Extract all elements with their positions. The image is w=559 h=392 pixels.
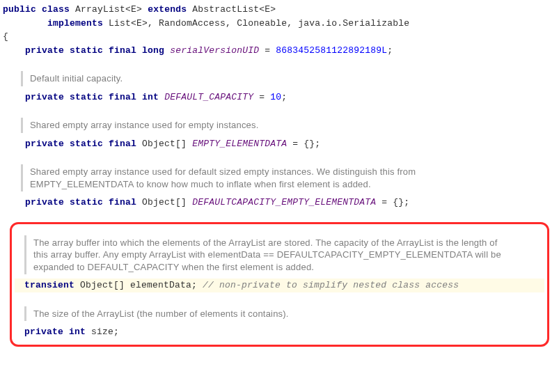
field-elementdata: transient Object[] elementData; // non-p…: [15, 279, 544, 292]
keyword-int: int: [69, 327, 86, 337]
semi: ;: [387, 45, 393, 56]
field-serialversionuid: private static final long serialVersionU…: [0, 44, 559, 58]
keyword-private: private: [25, 45, 64, 56]
keyword-class: class: [42, 4, 70, 15]
field-defaultcapacity-empty: private static final Object[] DEFAULTCAP…: [0, 196, 559, 210]
iface-cloneable: Cloneable: [237, 18, 287, 29]
field-default-capacity: private static final int DEFAULT_CAPACIT…: [0, 91, 559, 104]
keyword-static: static: [70, 139, 103, 149]
sep: ,: [287, 18, 298, 29]
field-type: Object[]: [80, 280, 125, 290]
sep: ,: [226, 18, 237, 29]
brace-open: {: [0, 30, 559, 44]
field-value: 8683452581122892189L: [276, 45, 387, 56]
eq: =: [253, 92, 270, 102]
field-name: DEFAULTCAPACITY_EMPTY_ELEMENTDATA: [192, 197, 376, 207]
keyword-private: private: [25, 197, 64, 207]
keyword-final: final: [109, 45, 136, 56]
superclass-generic: <E>: [259, 4, 276, 15]
eq: =: [259, 45, 276, 56]
class-decl-line1: public class ArrayList<E> extends Abstra…: [0, 3, 559, 17]
field-name: elementData: [130, 280, 191, 290]
inline-comment: // non-private to simplify nested class …: [197, 280, 459, 290]
semi: ;: [281, 92, 287, 102]
iface-list: List: [109, 18, 131, 29]
field-value: 10: [270, 92, 281, 102]
field-name: serialVersionUID: [170, 45, 259, 56]
field-empty-elementdata: private static final Object[] EMPTY_ELEM…: [0, 137, 559, 151]
javadoc-default-capacity: Default initial capacity.: [21, 71, 510, 86]
code-viewer: public class ArrayList<E> extends Abstra…: [0, 0, 559, 354]
rest: = {};: [376, 197, 409, 207]
keyword-transient: transient: [24, 280, 74, 290]
superclass: AbstractList: [192, 4, 259, 15]
semi: ;: [191, 280, 197, 290]
javadoc-defaultcapacity-empty: Shared empty array instance used for def…: [21, 164, 510, 191]
field-name: DEFAULT_CAPACITY: [164, 92, 253, 102]
field-type: Object[]: [142, 139, 187, 149]
keyword-implements: implements: [47, 18, 103, 29]
javadoc-elementdata: The array buffer into which the elements…: [24, 235, 514, 275]
semi: ;: [113, 327, 119, 337]
iface-serializable: java.io.Serializable: [298, 18, 409, 29]
generic-close: >: [136, 4, 142, 15]
keyword-static: static: [70, 45, 103, 56]
keyword-static: static: [70, 197, 103, 207]
field-name: size: [91, 327, 113, 337]
keyword-extends: extends: [148, 4, 187, 15]
field-type: Object[]: [142, 197, 187, 207]
highlighted-region: The array buffer into which the elements…: [10, 222, 549, 347]
generic-param: E: [131, 4, 136, 15]
field-name: EMPTY_ELEMENTDATA: [192, 139, 287, 149]
keyword-final: final: [109, 139, 136, 149]
class-decl-line2: implements List<E>, RandomAccess, Clonea…: [0, 17, 559, 31]
javadoc-empty-elementdata: Shared empty array instance used for emp…: [21, 118, 510, 133]
keyword-public: public: [3, 4, 36, 15]
keyword-final: final: [109, 92, 136, 102]
generic-open: <: [125, 4, 131, 15]
keyword-long: long: [142, 45, 164, 56]
keyword-private: private: [24, 327, 63, 337]
class-name: ArrayList: [75, 4, 125, 15]
rest: = {};: [287, 139, 320, 149]
keyword-final: final: [109, 197, 136, 207]
keyword-int: int: [142, 92, 159, 102]
iface-list-generic: <E>: [131, 18, 148, 29]
iface-randomaccess: RandomAccess: [159, 18, 226, 29]
keyword-static: static: [70, 92, 103, 102]
keyword-private: private: [25, 139, 64, 149]
javadoc-size: The size of the ArrayList (the number of…: [24, 306, 514, 322]
field-size: private int size;: [15, 325, 544, 339]
sep: ,: [148, 18, 159, 29]
keyword-private: private: [25, 92, 64, 102]
